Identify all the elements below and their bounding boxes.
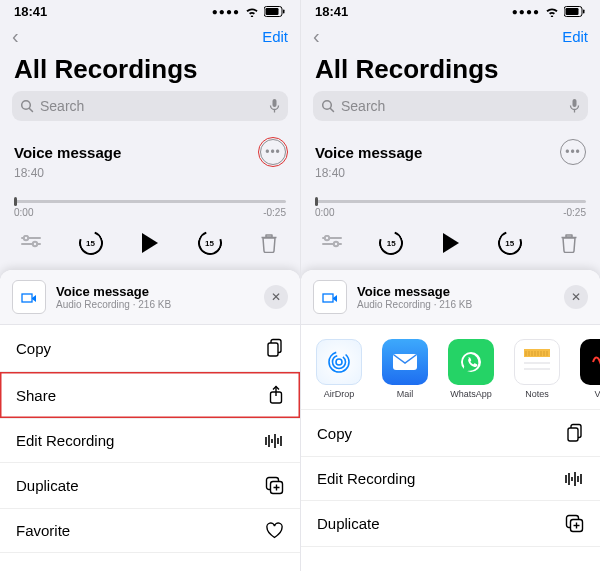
screen-right: 18:41 ●●●● ‹ Edit All Recordings Search xyxy=(300,0,600,571)
svg-line-30 xyxy=(330,108,333,111)
skip-back-button[interactable]: 15 xyxy=(76,228,106,258)
scrubber-knob[interactable] xyxy=(14,197,17,206)
scrubber[interactable] xyxy=(315,200,586,203)
nav-bar: ‹ Edit xyxy=(301,22,600,50)
status-time: 18:41 xyxy=(14,4,47,19)
search-icon xyxy=(321,99,335,113)
svg-rect-1 xyxy=(266,8,279,15)
delete-button[interactable] xyxy=(254,228,284,258)
back-button[interactable]: ‹ xyxy=(12,25,19,48)
edit-button[interactable]: Edit xyxy=(562,28,588,45)
svg-point-39 xyxy=(333,356,346,369)
skip-forward-button[interactable]: 15 xyxy=(195,228,225,258)
menu-copy-label: Copy xyxy=(16,340,51,357)
svg-rect-37 xyxy=(323,294,333,302)
sheet-header: Voice message Audio Recording · 216 KB ✕ xyxy=(301,270,600,325)
menu-duplicate-label: Duplicate xyxy=(317,515,380,532)
menu-duplicate-label: Duplicate xyxy=(16,477,79,494)
sheet-title: Voice message xyxy=(357,284,472,299)
recording-title: Voice message xyxy=(14,144,121,161)
elapsed-time: 0:00 xyxy=(14,207,33,218)
mic-icon[interactable] xyxy=(569,98,580,114)
more-button[interactable]: ••• xyxy=(260,139,286,165)
delete-button[interactable] xyxy=(554,228,584,258)
mic-icon[interactable] xyxy=(269,98,280,114)
equalizer-button[interactable] xyxy=(16,228,46,258)
play-button[interactable] xyxy=(135,228,165,258)
remaining-time: -0:25 xyxy=(563,207,586,218)
menu-edit-recording[interactable]: Edit Recording xyxy=(301,457,600,501)
heart-icon xyxy=(265,522,284,539)
copy-icon xyxy=(566,423,584,443)
recording-item[interactable]: Voice message ••• 18:40 xyxy=(0,131,300,184)
svg-line-4 xyxy=(29,108,32,111)
context-menu: Copy Share Edit Recording xyxy=(0,325,300,553)
scrubber[interactable] xyxy=(14,200,286,203)
more-button[interactable]: ••• xyxy=(560,139,586,165)
duplicate-icon xyxy=(565,514,584,533)
close-sheet-button[interactable]: ✕ xyxy=(264,285,288,309)
remaining-time: -0:25 xyxy=(263,207,286,218)
menu-copy[interactable]: Copy xyxy=(301,410,600,457)
copy-icon xyxy=(266,338,284,358)
battery-icon xyxy=(264,6,286,17)
waveform-icon xyxy=(264,433,284,449)
skip-forward-button[interactable]: 15 xyxy=(495,228,525,258)
app-whatsapp[interactable]: WhatsApp xyxy=(447,339,495,399)
menu-favorite[interactable]: Favorite xyxy=(0,509,300,553)
player-controls: 15 15 xyxy=(0,224,300,270)
voice-memos-icon xyxy=(580,339,600,385)
menu-copy-label: Copy xyxy=(317,425,352,442)
edit-button[interactable]: Edit xyxy=(262,28,288,45)
notes-icon xyxy=(514,339,560,385)
nav-bar: ‹ Edit xyxy=(0,22,300,50)
elapsed-time: 0:00 xyxy=(315,207,334,218)
search-input[interactable]: Search xyxy=(313,91,588,121)
play-button[interactable] xyxy=(436,228,466,258)
status-indicators: ●●●● xyxy=(512,6,586,17)
mail-icon xyxy=(382,339,428,385)
svg-rect-27 xyxy=(566,8,579,15)
svg-point-34 xyxy=(325,236,329,240)
menu-edit-label: Edit Recording xyxy=(317,470,415,487)
screen-left: 18:41 ●●●● ‹ Edit All Recordings Search xyxy=(0,0,300,571)
wifi-icon xyxy=(245,6,259,17)
recording-item[interactable]: Voice message ••• 18:40 xyxy=(301,131,600,184)
action-sheet: Voice message Audio Recording · 216 KB ✕… xyxy=(0,270,300,571)
search-input[interactable]: Search xyxy=(12,91,288,121)
sheet-subtitle: Audio Recording · 216 KB xyxy=(357,299,472,310)
sheet-subtitle: Audio Recording · 216 KB xyxy=(56,299,171,310)
cellular-dots-icon: ●●●● xyxy=(512,6,540,17)
skip-back-button[interactable]: 15 xyxy=(376,228,406,258)
equalizer-button[interactable] xyxy=(317,228,347,258)
scrubber-knob[interactable] xyxy=(315,197,318,206)
back-button[interactable]: ‹ xyxy=(313,25,320,48)
page-title: All Recordings xyxy=(0,50,300,91)
menu-duplicate[interactable]: Duplicate xyxy=(301,501,600,547)
menu-copy[interactable]: Copy xyxy=(0,325,300,372)
duplicate-icon xyxy=(265,476,284,495)
svg-rect-28 xyxy=(583,9,585,13)
svg-rect-13 xyxy=(268,343,278,356)
menu-duplicate[interactable]: Duplicate xyxy=(0,463,300,509)
time-row: 0:00 -0:25 xyxy=(0,205,300,224)
wifi-icon xyxy=(545,6,559,17)
app-label: Notes xyxy=(512,389,562,399)
whatsapp-icon xyxy=(448,339,494,385)
recording-time: 18:40 xyxy=(315,166,586,180)
page-title: All Recordings xyxy=(301,50,600,91)
close-sheet-button[interactable]: ✕ xyxy=(564,285,588,309)
app-label: AirDrop xyxy=(314,389,364,399)
app-airdrop[interactable]: AirDrop xyxy=(315,339,363,399)
menu-edit-recording[interactable]: Edit Recording xyxy=(0,419,300,463)
svg-rect-31 xyxy=(573,99,577,107)
app-notes[interactable]: Notes xyxy=(513,339,561,399)
app-mail[interactable]: Mail xyxy=(381,339,429,399)
cellular-dots-icon: ●●●● xyxy=(212,6,240,17)
menu-share[interactable]: Share xyxy=(0,372,300,419)
share-apps-row[interactable]: AirDrop Mail WhatsApp xyxy=(301,325,600,410)
status-indicators: ●●●● xyxy=(212,6,286,17)
share-actions-menu: Copy Edit Recording Duplicate xyxy=(301,410,600,547)
audio-file-icon xyxy=(313,280,347,314)
app-voice[interactable]: Voic xyxy=(579,339,600,399)
